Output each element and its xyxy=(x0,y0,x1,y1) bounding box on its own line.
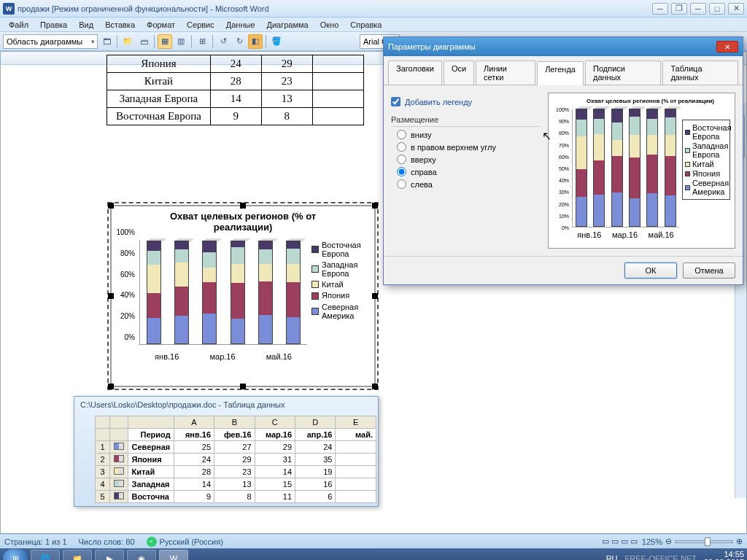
radio-справа[interactable]: справа xyxy=(397,167,541,176)
tab-Линии сетки[interactable]: Линии сетки xyxy=(476,61,535,85)
datasheet-grid[interactable]: ABCDEПериодянв.16фев.16мар.16апр.16май.1… xyxy=(95,416,376,503)
menu-диаграмма[interactable]: Диаграмма xyxy=(261,19,314,31)
start-button[interactable]: ⊞ xyxy=(3,549,28,560)
chart-legend[interactable]: Восточная ЕвропаЗападная ЕвропаКитайЯпон… xyxy=(309,236,371,361)
embedded-chart[interactable]: Охват целевых регионов (% от реализации)… xyxy=(110,205,376,387)
placement-group-label: Размещение xyxy=(391,115,541,127)
task-explorer[interactable]: 📁 xyxy=(63,550,92,560)
word-icon: W xyxy=(3,3,15,15)
menu-справка[interactable]: Справка xyxy=(344,19,387,31)
taskbar: ⊞ 🌐 📁 ▶ ◉ W RU FREE-OFFICE.NET 14:5530.0… xyxy=(0,548,747,560)
minimize-button[interactable]: ─ xyxy=(652,3,668,15)
dialog-tabstrip: ЗаголовкиОсиЛинии сеткиЛегендаПодписи да… xyxy=(384,56,743,85)
tray-lang[interactable]: RU xyxy=(606,554,618,560)
menu-вставка[interactable]: Вставка xyxy=(99,19,141,31)
dialog-titlebar[interactable]: Параметры диаграммы ✕ xyxy=(384,37,743,56)
titlebar: W продажи [Режим ограниченной функционал… xyxy=(0,0,747,18)
by-row-button[interactable]: ▦ xyxy=(158,34,172,49)
radio-в правом верхнем углу[interactable]: в правом верхнем углу xyxy=(397,142,541,152)
radio-слева[interactable]: слева xyxy=(397,179,541,189)
watermark: FREE-OFFICE.NET xyxy=(625,554,697,560)
status-wordcount[interactable]: Число слов: 80 xyxy=(79,537,135,546)
menu-правка[interactable]: Правка xyxy=(34,19,73,31)
status-language[interactable]: ✓Русский (Россия) xyxy=(147,537,223,547)
zoom-control[interactable]: 125% ⊖⊕ xyxy=(642,537,743,546)
radio-вверху[interactable]: вверху xyxy=(397,155,541,164)
chart-options-dialog: Параметры диаграммы ✕ ЗаголовкиОсиЛинии … xyxy=(383,36,743,285)
close-button[interactable]: ✕ xyxy=(728,3,744,15)
dialog-close-button[interactable]: ✕ xyxy=(716,41,738,52)
tab-Легенда[interactable]: Легенда xyxy=(537,61,584,85)
datasheet-title: C:\Users\Losko\Desktop\продажи.doc - Таб… xyxy=(74,397,378,413)
dialog-title: Параметры диаграммы xyxy=(388,42,476,51)
tab-Оси[interactable]: Оси xyxy=(444,61,474,85)
toolbar-btn-7[interactable]: ◧ xyxy=(248,34,263,49)
status-page[interactable]: Страница: 1 из 1 xyxy=(4,537,67,546)
chart-datasheet-window[interactable]: C:\Users\Losko\Desktop\продажи.doc - Таб… xyxy=(74,396,379,507)
radio-внизу[interactable]: внизу xyxy=(397,130,541,139)
add-legend-checkbox[interactable]: Добавить легенду xyxy=(391,97,541,106)
by-column-button[interactable]: ▥ xyxy=(174,34,188,49)
task-chrome[interactable]: ◉ xyxy=(127,550,156,560)
view-buttons[interactable]: ▭ ▭ ▭ ▭ xyxy=(602,537,638,546)
menu-формат[interactable]: Формат xyxy=(141,19,181,31)
task-media[interactable]: ▶ xyxy=(95,550,124,560)
task-word[interactable]: W xyxy=(159,550,188,560)
restore-button[interactable]: ❐ xyxy=(671,3,687,15)
dialog-options-panel: Добавить легенду Размещение внизу в прав… xyxy=(391,93,541,249)
menu-данные[interactable]: Данные xyxy=(220,19,261,31)
cancel-button[interactable]: Отмена xyxy=(683,262,735,279)
format-object-button[interactable]: 🗔 xyxy=(99,34,114,49)
menu-сервис[interactable]: Сервис xyxy=(181,19,220,31)
chart-object-combo[interactable]: Область диаграммы xyxy=(3,34,98,49)
toolbar-btn-1[interactable]: 📁 xyxy=(120,34,135,49)
task-ie[interactable]: 🌐 xyxy=(31,550,60,560)
menubar: ФайлПравкаВидВставкаФорматСервисДанныеДи… xyxy=(0,18,747,32)
chart-title: Охват целевых регионов (% от реализации) xyxy=(112,206,374,233)
dialog-chart-preview: Охват целевых регионов (% от реализации)… xyxy=(548,93,735,249)
tab-Таблица данных[interactable]: Таблица данных xyxy=(662,61,738,85)
tab-Заголовки[interactable]: Заголовки xyxy=(388,61,442,85)
menu-окно[interactable]: Окно xyxy=(314,19,345,31)
menu-файл[interactable]: Файл xyxy=(3,19,34,31)
tab-Подписи данных[interactable]: Подписи данных xyxy=(585,61,661,85)
doc-data-table: Япония2429Китай2823Западная Европа1413Во… xyxy=(107,55,364,125)
toolbar-btn-5[interactable]: ↺ xyxy=(216,34,231,49)
statusbar: Страница: 1 из 1 Число слов: 80 ✓Русский… xyxy=(0,534,747,548)
window-title: продажи [Режим ограниченной функциональн… xyxy=(18,4,652,13)
minimize2-button[interactable]: ─ xyxy=(690,3,706,15)
toolbar-btn-6[interactable]: ↻ xyxy=(232,34,247,49)
ok-button[interactable]: ОК xyxy=(624,262,677,279)
toolbar-btn-2[interactable]: 🗃 xyxy=(136,34,151,49)
fill-color-button[interactable]: 🪣 xyxy=(269,34,284,49)
chart-bars xyxy=(139,240,307,345)
chart-plot-area[interactable]: 0%20%40%60%80%100% янв.16мар.16май.16 xyxy=(115,236,309,361)
tray-clock[interactable]: 14:5530.08.2017 xyxy=(704,551,744,560)
maximize-button[interactable]: □ xyxy=(709,3,725,15)
data-table-button[interactable]: ⊞ xyxy=(195,34,209,49)
menu-вид[interactable]: Вид xyxy=(73,19,99,31)
